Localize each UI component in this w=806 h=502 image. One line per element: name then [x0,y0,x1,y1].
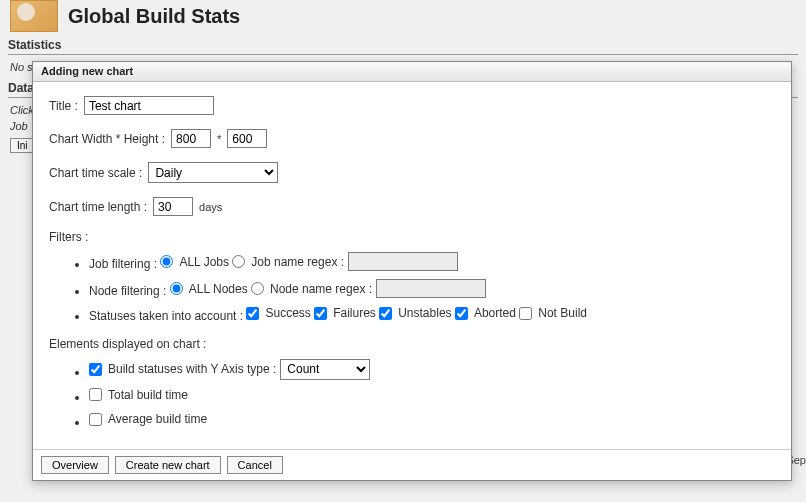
statuses-label: Statuses taken into account : [89,309,243,323]
title-label: Title : [49,99,78,113]
overview-button[interactable]: Overview [41,456,109,474]
all-jobs-radio[interactable] [160,255,173,268]
cancel-button[interactable]: Cancel [227,456,283,474]
total-build-time-checkbox[interactable] [89,388,102,401]
notbuild-checkbox[interactable] [519,307,532,320]
elements-list: Build statuses with Y Axis type : Count … [49,355,775,433]
time-length-label: Chart time length : [49,200,147,214]
failures-label: Failures [333,306,376,320]
avg-build-time-label: Average build time [108,412,207,426]
times-label: * [217,133,221,145]
total-build-time-label: Total build time [108,388,188,402]
title-input[interactable] [84,96,214,115]
time-scale-label: Chart time scale : [49,166,142,180]
node-regex-input[interactable] [376,279,486,298]
all-jobs-label: ALL Jobs [179,255,229,269]
time-length-input[interactable] [153,197,193,216]
job-regex-radio[interactable] [232,255,245,268]
job-regex-label: Job name regex : [251,255,344,269]
dialog-overlay: Adding new chart Title : Chart Width * H… [0,0,806,502]
success-checkbox[interactable] [246,307,259,320]
build-statuses-checkbox[interactable] [89,363,102,376]
height-input[interactable] [227,129,267,148]
time-scale-select[interactable]: Daily [148,162,278,183]
aborted-label: Aborted [474,306,516,320]
job-filtering-label: Job filtering : [89,257,157,271]
failures-checkbox[interactable] [314,307,327,320]
dialog-footer: Overview Create new chart Cancel [33,449,791,480]
node-regex-label: Node name regex : [270,282,372,296]
elements-label: Elements displayed on chart : [49,337,206,351]
all-nodes-radio[interactable] [170,282,183,295]
notbuild-label: Not Build [538,306,587,320]
node-filtering-label: Node filtering : [89,284,166,298]
node-regex-radio[interactable] [251,282,264,295]
avg-build-time-checkbox[interactable] [89,413,102,426]
days-label: days [199,201,222,213]
create-chart-button[interactable]: Create new chart [115,456,221,474]
all-nodes-label: ALL Nodes [189,282,248,296]
width-input[interactable] [171,129,211,148]
job-regex-input[interactable] [348,252,458,271]
dialog-title: Adding new chart [33,62,791,82]
width-height-label: Chart Width * Height : [49,132,165,146]
dialog-body: Title : Chart Width * Height : * Chart t… [33,82,791,449]
filters-label: Filters : [49,230,88,244]
yaxis-type-select[interactable]: Count [280,359,370,380]
success-label: Success [265,306,310,320]
build-statuses-label: Build statuses with Y Axis type : [108,362,276,376]
filters-list: Job filtering : ALL Jobs Job name regex … [49,248,775,327]
aborted-checkbox[interactable] [455,307,468,320]
dialog: Adding new chart Title : Chart Width * H… [32,61,792,481]
unstables-label: Unstables [398,306,451,320]
unstables-checkbox[interactable] [379,307,392,320]
